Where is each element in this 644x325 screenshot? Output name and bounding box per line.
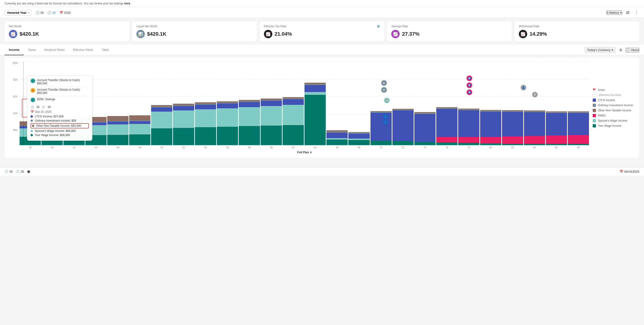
bar-group[interactable]: [480, 61, 501, 145]
bar-segment: [458, 110, 480, 137]
currency-button[interactable]: Today's Currency ▾: [584, 47, 616, 53]
bar-group[interactable]: [261, 61, 282, 145]
bar-segment: [173, 110, 194, 128]
bar-segment: [436, 109, 458, 137]
legend-color-effective: [593, 94, 597, 96]
x-axis-label: 40: [42, 146, 63, 149]
bar-group[interactable]: [568, 61, 589, 145]
header-right: 5 Metrics ▾ ⇄ ⋮: [606, 9, 639, 16]
x-axis-label: 80: [480, 146, 501, 149]
x-axis-label: 58: [239, 146, 260, 149]
legend-color-spouse: [593, 119, 596, 122]
bar-group[interactable]: [348, 61, 370, 145]
footer-age-2: 🕐 35: [16, 170, 24, 173]
metric-icon-withdrawal: 📈: [519, 30, 527, 38]
tooltip-event-icon-2: ⟳: [30, 88, 35, 93]
bar-group[interactable]: [392, 61, 414, 145]
swap-icon[interactable]: ⇄: [625, 9, 630, 16]
tooltip-age-1: 35: [36, 105, 40, 109]
bar-segment: [480, 143, 501, 145]
bar-segment: [326, 140, 348, 145]
bar-group[interactable]: [129, 61, 150, 145]
metric-value-row-net-worth: 📈 $420.1K: [9, 30, 125, 38]
metric-value-effective-tax: 21.04%: [275, 31, 292, 37]
bar-segment: [282, 125, 304, 145]
legend-label-rmds: RMDs: [598, 114, 606, 117]
bar-group[interactable]: [282, 61, 304, 145]
notice-link[interactable]: here: [124, 2, 130, 5]
flag-icon: 🚩: [593, 88, 596, 92]
tooltip-event-label-3: $25K: Savings: [37, 98, 55, 101]
bar-group[interactable]: [107, 61, 128, 145]
info-icon: i: [626, 48, 630, 52]
bar-segment: [458, 143, 480, 145]
x-axis-footer-label: Full Plan ▾: [20, 151, 589, 154]
bar-group[interactable]: [326, 61, 348, 145]
metric-label-withdrawal: Withdrawal Rate: [519, 25, 635, 28]
metric-label-effective-tax: Effective Tax Rate ⚙️: [264, 25, 380, 28]
tab-effective-rates[interactable]: Effective Rates: [69, 45, 98, 55]
metrics-button[interactable]: 5 Metrics ▾: [606, 10, 622, 15]
bar-group[interactable]: [151, 61, 172, 145]
bar-segment: [129, 134, 150, 145]
bar-segment: [414, 114, 436, 142]
bar-group[interactable]: [458, 61, 480, 145]
bar-group[interactable]: [304, 61, 326, 145]
metric-value-savings: 27.37%: [402, 31, 420, 37]
chart-with-icons: 3840424446485052545658606264666870727476…: [20, 61, 589, 149]
tooltip-event-icon-1: ⟳: [30, 78, 35, 83]
x-axis-label: 52: [173, 146, 194, 149]
bar-segment: [546, 144, 567, 145]
notice-text: Currently you are using a fixed rate for…: [5, 2, 124, 5]
footer-age-1: 🕐 35: [5, 170, 12, 173]
bar-group[interactable]: [524, 61, 545, 145]
tooltip-dot-wage: [30, 134, 33, 136]
legend-color-wage: [593, 124, 596, 127]
footer-date-value: 09/18/2025: [624, 170, 639, 173]
tooltip-clock-icon-1: 🕐: [30, 105, 34, 109]
bar-group[interactable]: [217, 61, 238, 145]
chart-area: $2M $2K $1K $1K $5K 38404244464850525456…: [0, 55, 644, 167]
x-axis-label: 66: [326, 146, 348, 149]
bar-group[interactable]: [195, 61, 216, 145]
about-button[interactable]: i About: [626, 48, 639, 52]
x-axis-label: 64: [304, 146, 326, 149]
bar-segment: [546, 113, 567, 135]
metric-value-row-withdrawal: 📈 14.29%: [519, 30, 635, 38]
bar-segment: [107, 122, 128, 124]
x-axis-label: 88: [568, 146, 589, 149]
footer-age-val-1: 35: [9, 170, 12, 173]
bar-group[interactable]: [414, 61, 436, 145]
metric-icon-liquid: 📊: [136, 30, 145, 38]
metric-value-row-effective-tax: 📈 21.04%: [264, 30, 380, 38]
bar-segment: [304, 95, 326, 145]
bar-group[interactable]: [502, 61, 523, 145]
tab-marginal-rates[interactable]: Marginal Rates: [40, 45, 68, 55]
metric-value-liquid: $420.1K: [147, 31, 166, 37]
gear-icon[interactable]: ⚙️: [376, 25, 380, 28]
bar-group[interactable]: [546, 61, 567, 145]
tab-income[interactable]: Income: [5, 45, 24, 55]
bar-group[interactable]: [173, 61, 194, 145]
more-options-icon[interactable]: ⋮: [633, 9, 639, 16]
metric-label-savings: Savings Rate: [391, 25, 508, 28]
hovered-year-label: Hovered Year: [7, 11, 26, 14]
legend-item-spouse-wage: Spouse's Wage Income: [593, 119, 636, 122]
bar-group[interactable]: [436, 61, 458, 145]
bar-segment: [217, 127, 238, 145]
metric-card-liquid: Liquid Net Worth 📊 $420.1K: [132, 21, 257, 41]
bar-segment: [195, 105, 216, 109]
x-axis-label: 82: [502, 146, 523, 149]
bar-group[interactable]: [239, 61, 260, 145]
tab-taxes[interactable]: Taxes: [24, 45, 40, 55]
legend-color-ltcg: [593, 98, 596, 102]
hovered-year-button[interactable]: Hovered Year ▾: [5, 10, 32, 15]
bar-segment: [304, 85, 326, 92]
x-axis-label: 44: [85, 146, 106, 149]
footer-clock-2: 🕐: [16, 170, 20, 173]
tab-table[interactable]: Table: [98, 45, 113, 55]
bar-group[interactable]: [370, 61, 392, 145]
filter-icon[interactable]: ⚙: [619, 48, 622, 52]
x-axis-label: 50: [151, 146, 172, 149]
bar-segment: [392, 141, 414, 145]
